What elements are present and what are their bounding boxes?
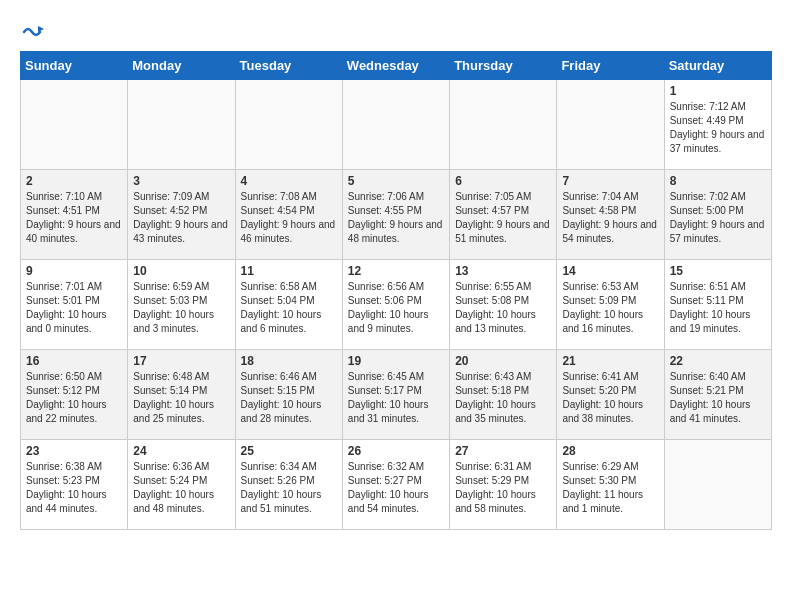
calendar-day-cell: 18Sunrise: 6:46 AM Sunset: 5:15 PM Dayli… [235, 350, 342, 440]
calendar-day-cell: 17Sunrise: 6:48 AM Sunset: 5:14 PM Dayli… [128, 350, 235, 440]
calendar-day-cell [557, 80, 664, 170]
calendar-header-row: SundayMondayTuesdayWednesdayThursdayFrid… [21, 52, 772, 80]
day-number: 28 [562, 444, 658, 458]
day-number: 13 [455, 264, 551, 278]
day-number: 25 [241, 444, 337, 458]
day-number: 16 [26, 354, 122, 368]
calendar-day-cell: 20Sunrise: 6:43 AM Sunset: 5:18 PM Dayli… [450, 350, 557, 440]
day-info: Sunrise: 6:41 AM Sunset: 5:20 PM Dayligh… [562, 370, 658, 426]
day-number: 10 [133, 264, 229, 278]
logo-wave-icon [22, 18, 44, 40]
calendar-header-sunday: Sunday [21, 52, 128, 80]
day-number: 22 [670, 354, 766, 368]
day-info: Sunrise: 6:50 AM Sunset: 5:12 PM Dayligh… [26, 370, 122, 426]
calendar-day-cell: 22Sunrise: 6:40 AM Sunset: 5:21 PM Dayli… [664, 350, 771, 440]
calendar-day-cell [21, 80, 128, 170]
day-info: Sunrise: 6:40 AM Sunset: 5:21 PM Dayligh… [670, 370, 766, 426]
day-number: 2 [26, 174, 122, 188]
day-number: 15 [670, 264, 766, 278]
calendar-header-wednesday: Wednesday [342, 52, 449, 80]
calendar-day-cell: 2Sunrise: 7:10 AM Sunset: 4:51 PM Daylig… [21, 170, 128, 260]
day-number: 20 [455, 354, 551, 368]
calendar-day-cell: 6Sunrise: 7:05 AM Sunset: 4:57 PM Daylig… [450, 170, 557, 260]
day-number: 24 [133, 444, 229, 458]
calendar-header-saturday: Saturday [664, 52, 771, 80]
calendar-day-cell: 16Sunrise: 6:50 AM Sunset: 5:12 PM Dayli… [21, 350, 128, 440]
day-number: 26 [348, 444, 444, 458]
calendar-week-row: 16Sunrise: 6:50 AM Sunset: 5:12 PM Dayli… [21, 350, 772, 440]
calendar-day-cell [450, 80, 557, 170]
calendar-day-cell: 4Sunrise: 7:08 AM Sunset: 4:54 PM Daylig… [235, 170, 342, 260]
day-number: 14 [562, 264, 658, 278]
calendar-day-cell: 27Sunrise: 6:31 AM Sunset: 5:29 PM Dayli… [450, 440, 557, 530]
calendar-day-cell: 15Sunrise: 6:51 AM Sunset: 5:11 PM Dayli… [664, 260, 771, 350]
day-info: Sunrise: 6:51 AM Sunset: 5:11 PM Dayligh… [670, 280, 766, 336]
day-info: Sunrise: 6:43 AM Sunset: 5:18 PM Dayligh… [455, 370, 551, 426]
logo [20, 20, 44, 41]
calendar-day-cell: 23Sunrise: 6:38 AM Sunset: 5:23 PM Dayli… [21, 440, 128, 530]
day-info: Sunrise: 6:32 AM Sunset: 5:27 PM Dayligh… [348, 460, 444, 516]
day-info: Sunrise: 7:05 AM Sunset: 4:57 PM Dayligh… [455, 190, 551, 246]
day-info: Sunrise: 6:38 AM Sunset: 5:23 PM Dayligh… [26, 460, 122, 516]
calendar-day-cell: 24Sunrise: 6:36 AM Sunset: 5:24 PM Dayli… [128, 440, 235, 530]
calendar-day-cell [128, 80, 235, 170]
day-number: 19 [348, 354, 444, 368]
day-info: Sunrise: 6:48 AM Sunset: 5:14 PM Dayligh… [133, 370, 229, 426]
svg-marker-0 [38, 26, 44, 32]
day-info: Sunrise: 7:04 AM Sunset: 4:58 PM Dayligh… [562, 190, 658, 246]
day-number: 4 [241, 174, 337, 188]
day-info: Sunrise: 6:58 AM Sunset: 5:04 PM Dayligh… [241, 280, 337, 336]
calendar-header-friday: Friday [557, 52, 664, 80]
day-number: 12 [348, 264, 444, 278]
calendar-day-cell: 14Sunrise: 6:53 AM Sunset: 5:09 PM Dayli… [557, 260, 664, 350]
day-info: Sunrise: 6:31 AM Sunset: 5:29 PM Dayligh… [455, 460, 551, 516]
calendar-header-thursday: Thursday [450, 52, 557, 80]
day-info: Sunrise: 6:56 AM Sunset: 5:06 PM Dayligh… [348, 280, 444, 336]
calendar-day-cell [342, 80, 449, 170]
day-info: Sunrise: 7:02 AM Sunset: 5:00 PM Dayligh… [670, 190, 766, 246]
day-number: 3 [133, 174, 229, 188]
calendar-day-cell: 28Sunrise: 6:29 AM Sunset: 5:30 PM Dayli… [557, 440, 664, 530]
day-number: 9 [26, 264, 122, 278]
day-info: Sunrise: 7:12 AM Sunset: 4:49 PM Dayligh… [670, 100, 766, 156]
day-info: Sunrise: 7:08 AM Sunset: 4:54 PM Dayligh… [241, 190, 337, 246]
calendar-day-cell: 10Sunrise: 6:59 AM Sunset: 5:03 PM Dayli… [128, 260, 235, 350]
calendar-day-cell: 13Sunrise: 6:55 AM Sunset: 5:08 PM Dayli… [450, 260, 557, 350]
day-info: Sunrise: 7:06 AM Sunset: 4:55 PM Dayligh… [348, 190, 444, 246]
calendar-table: SundayMondayTuesdayWednesdayThursdayFrid… [20, 51, 772, 530]
calendar-day-cell [235, 80, 342, 170]
calendar-day-cell: 21Sunrise: 6:41 AM Sunset: 5:20 PM Dayli… [557, 350, 664, 440]
page-header [20, 20, 772, 41]
day-number: 5 [348, 174, 444, 188]
day-number: 21 [562, 354, 658, 368]
calendar-day-cell: 5Sunrise: 7:06 AM Sunset: 4:55 PM Daylig… [342, 170, 449, 260]
calendar-day-cell: 26Sunrise: 6:32 AM Sunset: 5:27 PM Dayli… [342, 440, 449, 530]
day-info: Sunrise: 6:45 AM Sunset: 5:17 PM Dayligh… [348, 370, 444, 426]
day-info: Sunrise: 6:46 AM Sunset: 5:15 PM Dayligh… [241, 370, 337, 426]
day-info: Sunrise: 6:34 AM Sunset: 5:26 PM Dayligh… [241, 460, 337, 516]
day-info: Sunrise: 6:59 AM Sunset: 5:03 PM Dayligh… [133, 280, 229, 336]
calendar-day-cell: 19Sunrise: 6:45 AM Sunset: 5:17 PM Dayli… [342, 350, 449, 440]
calendar-day-cell: 3Sunrise: 7:09 AM Sunset: 4:52 PM Daylig… [128, 170, 235, 260]
calendar-week-row: 2Sunrise: 7:10 AM Sunset: 4:51 PM Daylig… [21, 170, 772, 260]
day-number: 23 [26, 444, 122, 458]
calendar-header-tuesday: Tuesday [235, 52, 342, 80]
calendar-day-cell: 9Sunrise: 7:01 AM Sunset: 5:01 PM Daylig… [21, 260, 128, 350]
day-info: Sunrise: 7:09 AM Sunset: 4:52 PM Dayligh… [133, 190, 229, 246]
calendar-week-row: 23Sunrise: 6:38 AM Sunset: 5:23 PM Dayli… [21, 440, 772, 530]
day-number: 11 [241, 264, 337, 278]
day-number: 6 [455, 174, 551, 188]
calendar-week-row: 9Sunrise: 7:01 AM Sunset: 5:01 PM Daylig… [21, 260, 772, 350]
calendar-day-cell: 8Sunrise: 7:02 AM Sunset: 5:00 PM Daylig… [664, 170, 771, 260]
day-number: 17 [133, 354, 229, 368]
day-info: Sunrise: 6:55 AM Sunset: 5:08 PM Dayligh… [455, 280, 551, 336]
calendar-day-cell: 25Sunrise: 6:34 AM Sunset: 5:26 PM Dayli… [235, 440, 342, 530]
day-number: 18 [241, 354, 337, 368]
day-info: Sunrise: 6:53 AM Sunset: 5:09 PM Dayligh… [562, 280, 658, 336]
calendar-day-cell [664, 440, 771, 530]
day-number: 8 [670, 174, 766, 188]
day-info: Sunrise: 7:01 AM Sunset: 5:01 PM Dayligh… [26, 280, 122, 336]
day-number: 1 [670, 84, 766, 98]
day-number: 27 [455, 444, 551, 458]
calendar-day-cell: 1Sunrise: 7:12 AM Sunset: 4:49 PM Daylig… [664, 80, 771, 170]
